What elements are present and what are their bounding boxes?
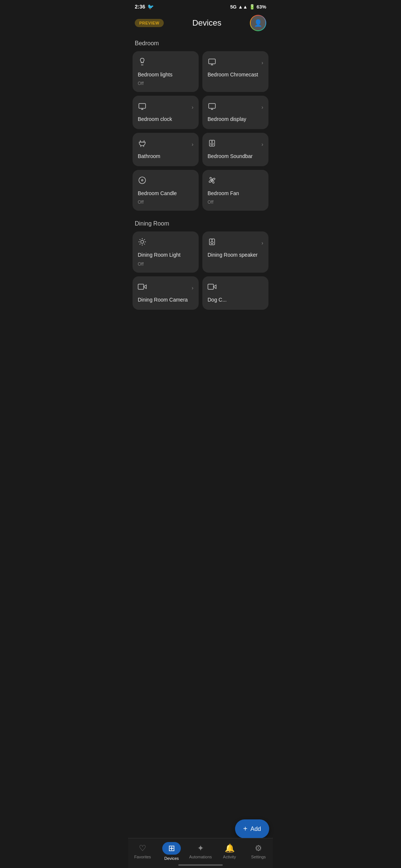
device-name-dining-camera: Dining Room Camera bbox=[138, 296, 188, 303]
svg-point-18 bbox=[141, 240, 144, 243]
svg-line-24 bbox=[144, 244, 145, 244]
signal-icon: ▲▲ bbox=[238, 4, 248, 10]
display-icon bbox=[208, 102, 216, 113]
device-name-soundbar: Bedroom Soundbar bbox=[208, 153, 252, 160]
avatar[interactable]: 👤 bbox=[250, 15, 266, 31]
svg-point-13 bbox=[211, 143, 213, 145]
device-status-bedroom-lights: Off bbox=[138, 81, 144, 86]
device-name-dining-speaker: Dining Room speaker bbox=[208, 251, 258, 258]
fan-icon bbox=[208, 176, 216, 187]
status-right: 5G ▲▲ 🔋 63% bbox=[230, 4, 266, 10]
device-name-bathroom: Bathroom bbox=[138, 153, 160, 160]
device-bathroom[interactable]: › Bathroom bbox=[133, 133, 199, 166]
bathroom-icon bbox=[138, 139, 147, 150]
chevron-right-icon: › bbox=[261, 60, 263, 66]
svg-line-25 bbox=[140, 244, 140, 244]
device-name-dog-camera: Dog C... bbox=[208, 296, 226, 303]
device-status-candle: Off bbox=[138, 200, 144, 205]
chevron-right-icon: › bbox=[192, 141, 193, 147]
device-bedroom-display[interactable]: › Bedroom display bbox=[202, 96, 268, 129]
dining-speaker-icon bbox=[208, 237, 216, 249]
device-name-bedroom-lights: Bedroom lights bbox=[138, 71, 172, 78]
time: 2:36 bbox=[135, 4, 145, 10]
svg-rect-31 bbox=[208, 284, 213, 289]
chevron-right-icon: › bbox=[261, 141, 263, 147]
section-title-dining: Dining Room bbox=[133, 217, 268, 231]
chevron-right-icon: › bbox=[192, 104, 193, 110]
svg-point-14 bbox=[212, 141, 212, 142]
dining-camera-icon bbox=[138, 282, 147, 293]
device-dining-speaker[interactable]: › Dining Room speaker bbox=[202, 231, 268, 272]
chevron-right-icon: › bbox=[261, 104, 263, 110]
svg-rect-30 bbox=[138, 284, 144, 289]
battery-level: 63% bbox=[257, 4, 266, 10]
page-title: Devices bbox=[192, 18, 221, 28]
status-left: 2:36 🐦 bbox=[135, 4, 154, 10]
device-name-dining-light: Dining Room Light bbox=[138, 251, 180, 258]
network-label: 5G bbox=[230, 4, 237, 10]
content: Bedroom Bedroom lights Off bbox=[128, 37, 273, 346]
lamp-icon bbox=[138, 57, 147, 68]
svg-rect-4 bbox=[139, 103, 146, 108]
device-bedroom-clock[interactable]: › Bedroom clock bbox=[133, 96, 199, 129]
svg-rect-1 bbox=[209, 59, 215, 64]
device-name-clock: Bedroom clock bbox=[138, 116, 172, 122]
section-title-bedroom: Bedroom bbox=[133, 37, 268, 51]
preview-badge: PREVIEW bbox=[135, 19, 164, 27]
dining-grid: Dining Room Light Off › Dining Room spea… bbox=[133, 231, 268, 309]
device-name-fan: Bedroom Fan bbox=[208, 190, 239, 197]
avatar-inner: 👤 bbox=[251, 16, 265, 30]
device-bedroom-candle[interactable]: Bedroom Candle Off bbox=[133, 170, 199, 211]
device-dog-camera[interactable]: Dog C... bbox=[202, 276, 268, 310]
bedroom-grid: Bedroom lights Off › Bedroom Chromecast bbox=[133, 51, 268, 211]
svg-point-28 bbox=[211, 241, 213, 244]
dog-camera-icon bbox=[208, 282, 216, 293]
svg-point-16 bbox=[141, 180, 143, 181]
device-status-dining-light: Off bbox=[138, 262, 144, 267]
device-bedroom-chromecast[interactable]: › Bedroom Chromecast bbox=[202, 51, 268, 92]
svg-line-26 bbox=[144, 239, 145, 240]
svg-rect-7 bbox=[209, 103, 215, 108]
status-bar: 2:36 🐦 5G ▲▲ 🔋 63% bbox=[128, 0, 273, 12]
device-name-display: Bedroom display bbox=[208, 116, 246, 122]
battery-icon: 🔋 bbox=[249, 4, 255, 10]
twitter-icon: 🐦 bbox=[147, 4, 154, 10]
chromecast-icon bbox=[208, 57, 216, 68]
soundbar-icon bbox=[208, 139, 216, 150]
header: PREVIEW Devices 👤 bbox=[128, 12, 273, 37]
device-dining-camera[interactable]: › Dining Room Camera bbox=[133, 276, 199, 310]
device-bedroom-fan[interactable]: Bedroom Fan Off bbox=[202, 170, 268, 211]
device-name-candle: Bedroom Candle bbox=[138, 190, 177, 197]
clock-screen-icon bbox=[138, 102, 147, 113]
device-bedroom-soundbar[interactable]: › Bedroom Soundbar bbox=[202, 133, 268, 166]
device-status-fan: Off bbox=[208, 200, 213, 205]
chevron-right-icon: › bbox=[261, 240, 263, 246]
svg-point-15 bbox=[139, 177, 146, 184]
svg-point-29 bbox=[212, 240, 212, 240]
chevron-right-icon: › bbox=[192, 285, 193, 291]
device-dining-light[interactable]: Dining Room Light Off bbox=[133, 231, 199, 272]
device-bedroom-lights[interactable]: Bedroom lights Off bbox=[133, 51, 199, 92]
svg-line-23 bbox=[140, 239, 140, 240]
candle-icon bbox=[138, 176, 147, 187]
dining-light-icon bbox=[138, 237, 147, 249]
device-name-chromecast: Bedroom Chromecast bbox=[208, 71, 258, 78]
